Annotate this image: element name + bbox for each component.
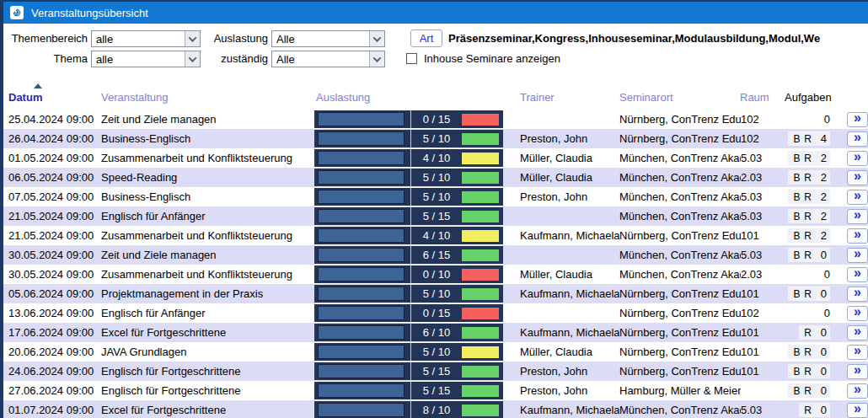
open-row-button[interactable]: » bbox=[847, 209, 868, 224]
table-row[interactable]: 21.05.2024 09:00 Englisch für Anfänger 5… bbox=[3, 206, 868, 226]
row-date: 26.04.2024 09:00 bbox=[3, 132, 101, 145]
table-row[interactable]: 07.05.2024 09:00 Business-Englisch 5 / 1… bbox=[3, 187, 868, 206]
task-badge-b[interactable]: B bbox=[791, 153, 802, 164]
task-badge-b[interactable]: B bbox=[791, 191, 802, 203]
art-button[interactable]: Art bbox=[410, 29, 442, 47]
row-veranstaltung: Business-Englisch bbox=[101, 132, 314, 145]
open-row-button[interactable]: » bbox=[847, 383, 868, 399]
occupancy-count: 0 / 10 bbox=[411, 268, 462, 281]
row-seminarort: München, ConTrenz Akad bbox=[619, 190, 741, 203]
row-raum: 101 bbox=[741, 346, 781, 358]
double-chevron-icon: » bbox=[854, 287, 861, 298]
task-badge-b[interactable]: B bbox=[791, 172, 802, 184]
status-indicator bbox=[462, 153, 499, 164]
occupancy-count: 5 / 10 bbox=[411, 190, 462, 203]
task-badge-box: BR0 bbox=[788, 248, 830, 262]
task-badge-box: BR0 bbox=[788, 364, 830, 378]
task-badge-b[interactable]: B bbox=[791, 249, 802, 261]
column-header-raum[interactable]: Raum bbox=[740, 91, 769, 104]
open-row-button[interactable]: » bbox=[847, 325, 868, 340]
task-badge-r[interactable]: R bbox=[802, 366, 813, 378]
title-bar[interactable]: Veranstaltungsübersicht bbox=[3, 2, 868, 24]
table-header: Datum Veranstaltung Auslastung Trainer S… bbox=[3, 83, 868, 110]
column-header-veranstaltung[interactable]: Veranstaltung bbox=[101, 91, 169, 104]
row-veranstaltung: Excel für Fortgeschrittene bbox=[101, 326, 314, 339]
task-badge-b[interactable]: B bbox=[791, 346, 802, 358]
row-date: 01.07.2024 09:00 bbox=[3, 404, 101, 416]
status-indicator bbox=[462, 385, 499, 397]
table-row[interactable]: 26.04.2024 09:00 Business-Englisch 5 / 1… bbox=[3, 129, 868, 148]
task-count: 0 bbox=[818, 404, 827, 416]
open-row-button[interactable]: » bbox=[847, 248, 868, 263]
table-row[interactable]: 05.06.2024 09:00 Projektmanagement in de… bbox=[3, 284, 868, 303]
row-veranstaltung: Zusammenarbeit und Konfliktsteuerung bbox=[101, 268, 314, 281]
task-badge-box: BR2 bbox=[788, 170, 830, 185]
open-row-button[interactable]: » bbox=[847, 228, 868, 244]
task-badge-b[interactable]: B bbox=[791, 366, 802, 378]
chevron-down-icon[interactable] bbox=[369, 51, 384, 67]
row-date: 05.06.2024 09:00 bbox=[3, 287, 101, 300]
inhouse-checkbox[interactable] bbox=[406, 53, 417, 64]
table-row[interactable]: 06.05.2024 09:00 Speed-Reading 5 / 10 Mü… bbox=[3, 168, 868, 187]
task-badge-b[interactable]: B bbox=[791, 385, 802, 397]
task-badge-b[interactable]: B bbox=[791, 230, 802, 242]
open-row-button[interactable]: » bbox=[847, 151, 868, 166]
task-badge-b[interactable]: B bbox=[791, 288, 802, 300]
task-badge-r[interactable]: R bbox=[802, 191, 813, 203]
task-badge-r[interactable]: R bbox=[802, 385, 813, 397]
task-badge-r[interactable]: R bbox=[802, 327, 813, 339]
double-chevron-icon: » bbox=[854, 248, 861, 260]
open-row-button[interactable]: » bbox=[847, 345, 868, 360]
task-badge-r[interactable]: R bbox=[802, 288, 813, 300]
task-badge-r[interactable]: R bbox=[802, 249, 813, 261]
row-veranstaltung: Zusammenarbeit und Konfliktsteuerung bbox=[101, 229, 314, 242]
task-badge-r[interactable]: R bbox=[802, 405, 813, 416]
task-badge-r[interactable]: R bbox=[802, 153, 813, 164]
open-row-button[interactable]: » bbox=[847, 170, 868, 185]
table-row[interactable]: 13.06.2024 09:00 Englisch für Anfänger 0… bbox=[3, 303, 868, 323]
open-row-button[interactable]: » bbox=[847, 403, 868, 418]
open-row-button[interactable]: » bbox=[847, 306, 868, 321]
tasks-cell: R0 bbox=[781, 325, 840, 340]
open-row-button[interactable]: » bbox=[847, 287, 868, 302]
row-raum: 102 bbox=[741, 113, 781, 126]
chevron-down-icon[interactable] bbox=[369, 31, 384, 46]
task-badge-r[interactable]: R bbox=[802, 346, 813, 358]
row-seminarort: München, ConTrenz Akad bbox=[619, 249, 741, 261]
tasks-cell: BR2 bbox=[781, 209, 840, 223]
open-row-button[interactable]: » bbox=[847, 112, 868, 127]
occupancy-bar bbox=[314, 228, 410, 243]
task-badge-b[interactable]: B bbox=[791, 133, 802, 145]
task-badge-r[interactable]: R bbox=[802, 211, 813, 222]
table-row[interactable]: 30.05.2024 09:00 Zusammenarbeit und Konf… bbox=[3, 265, 868, 284]
task-badge-b[interactable]: B bbox=[791, 211, 802, 222]
occupancy-strip: 0 / 15 bbox=[314, 304, 503, 322]
column-header-datum[interactable]: Datum bbox=[8, 91, 42, 104]
column-header-seminarort[interactable]: Seminarort bbox=[619, 91, 673, 104]
zustaendig-select[interactable]: Alle bbox=[271, 51, 385, 67]
auslastung-select[interactable]: Alle bbox=[271, 30, 385, 47]
table-row[interactable]: 30.05.2024 09:00 Zeit und Ziele managen … bbox=[3, 245, 868, 265]
open-row-button[interactable]: » bbox=[847, 364, 868, 379]
table-row[interactable]: 17.06.2024 09:00 Excel für Fortgeschritt… bbox=[3, 323, 868, 342]
task-badge-r[interactable]: R bbox=[802, 133, 813, 145]
column-header-auslastung[interactable]: Auslastung bbox=[316, 91, 370, 104]
occupancy-bar bbox=[314, 345, 410, 359]
table-row[interactable]: 01.05.2024 09:00 Zusammenarbeit und Konf… bbox=[3, 148, 868, 168]
task-badge-r[interactable]: R bbox=[802, 172, 813, 184]
row-trainer: Kaufmann, Michaela bbox=[520, 326, 619, 339]
open-row-button[interactable]: » bbox=[847, 190, 868, 205]
row-seminarort: München, ConTrenz Akad bbox=[619, 404, 741, 416]
row-trainer: Kaufmann, Michaela bbox=[520, 404, 619, 416]
table-row[interactable]: 24.06.2024 09:00 Englisch für Fortgeschr… bbox=[3, 362, 868, 381]
table-row[interactable]: 25.04.2024 09:00 Zeit und Ziele managen … bbox=[3, 110, 868, 129]
table-row[interactable]: 27.06.2024 09:00 Englisch für Fortgeschr… bbox=[3, 381, 868, 400]
task-badge-r[interactable]: R bbox=[802, 230, 813, 242]
column-header-trainer[interactable]: Trainer bbox=[520, 91, 555, 104]
table-row[interactable]: 21.05.2024 09:00 Zusammenarbeit und Konf… bbox=[3, 226, 868, 245]
row-date: 27.06.2024 09:00 bbox=[3, 384, 101, 397]
open-row-button[interactable]: » bbox=[847, 267, 868, 282]
open-row-button[interactable]: » bbox=[847, 131, 868, 147]
table-row[interactable]: 20.06.2024 09:00 JAVA Grundlagen 5 / 10 … bbox=[3, 342, 868, 362]
table-row[interactable]: 01.07.2024 09:00 Excel für Fortgeschritt… bbox=[3, 400, 868, 418]
